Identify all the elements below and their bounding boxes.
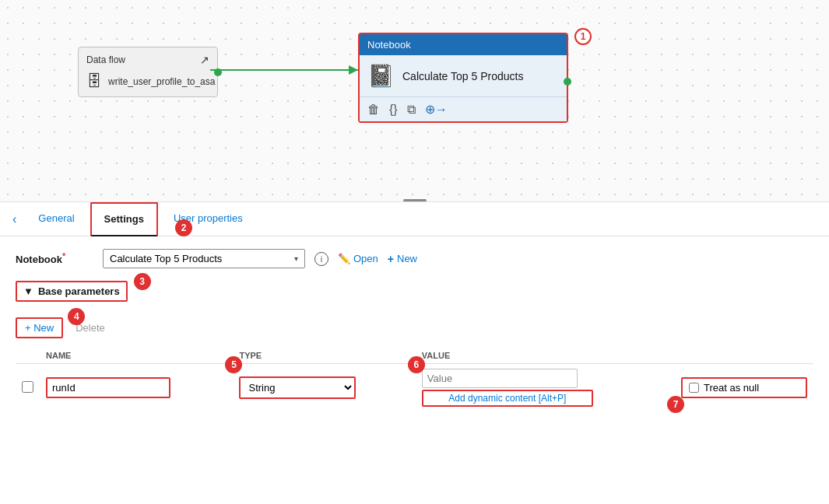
code-icon[interactable]: {}	[389, 103, 398, 117]
type-select[interactable]: String Int Float Bool	[241, 378, 354, 397]
notebook-node-header: Notebook	[360, 34, 567, 55]
dataflow-node: Data flow ↗ 🗄 write_user_profile_to_asa	[78, 47, 218, 97]
arrow-right-icon[interactable]: ⊕→	[425, 102, 448, 117]
step-badge-3: 3	[134, 273, 151, 290]
dataflow-node-icon: 🗄	[86, 72, 102, 90]
main-container: 1 Data flow ↗ 🗄 write_user_profile_to_as…	[0, 0, 829, 504]
dataflow-node-body: 🗄 write_user_profile_to_asa	[86, 72, 209, 90]
notebook-header-label: Notebook	[367, 39, 411, 51]
notebook-select-dropdown[interactable]: Calculate Top 5 Products ▾	[103, 249, 305, 268]
notebook-node-footer: 🗑 {} ⧉ ⊕→	[360, 96, 567, 121]
step-badge-2: 2	[175, 219, 192, 236]
new-btn-label: + New	[25, 322, 54, 334]
info-icon[interactable]: i	[314, 252, 328, 266]
col-type-header: TYPE	[233, 348, 415, 364]
step-badge-1: 1	[574, 28, 592, 45]
treat-null-label: Treat as null	[704, 382, 759, 394]
new-parameter-button[interactable]: + New	[16, 317, 63, 338]
action-row: 4 + New Delete	[16, 317, 813, 338]
notebook-field-label: Notebook*	[16, 251, 93, 265]
notebook-select-value: Calculate Top 5 Products	[110, 253, 222, 264]
value-cell: 7 Add dynamic content [Alt+P]	[416, 364, 675, 412]
parameters-table: NAME TYPE VALUE	[16, 348, 813, 411]
notebook-body-title: Calculate Top 5 Products	[402, 70, 523, 82]
new-notebook-label: New	[397, 253, 417, 264]
treat-null-container: Treat as null	[681, 377, 807, 398]
treat-null-cell: Treat as null	[675, 364, 813, 412]
back-button[interactable]: ‹	[12, 212, 16, 226]
dataflow-label: Data flow	[86, 54, 125, 65]
tab-general[interactable]: General	[26, 202, 86, 236]
type-cell: 6 String Int Float Bool	[233, 364, 415, 412]
treat-null-checkbox[interactable]	[689, 383, 699, 393]
chevron-down-icon: ▾	[294, 254, 298, 263]
col-treat-null-header	[675, 348, 813, 364]
open-link[interactable]: ✏️ Open	[338, 253, 378, 264]
notebook-node-body: 📓 Calculate Top 5 Products	[360, 55, 567, 96]
col-name-header: NAME	[40, 348, 233, 364]
copy-icon[interactable]: ⧉	[407, 103, 416, 117]
value-input[interactable]	[422, 369, 578, 388]
plus-icon: +	[388, 253, 394, 265]
table-row: 5 6 String	[16, 364, 813, 412]
pencil-icon: ✏️	[338, 253, 350, 264]
parameter-name-input[interactable]	[46, 377, 170, 398]
canvas-area: 1 Data flow ↗ 🗄 write_user_profile_to_as…	[0, 0, 829, 202]
tab-bar: ‹ General Settings User properties	[0, 202, 829, 236]
connector-line	[210, 47, 366, 93]
step-badge-7: 7	[667, 396, 684, 413]
tab-settings[interactable]: Settings	[90, 202, 158, 236]
col-checkbox-header	[16, 348, 40, 364]
notebook-node: Notebook 📓 Calculate Top 5 Products 🗑 {}…	[358, 33, 568, 123]
trash-icon[interactable]: 🗑	[367, 103, 380, 117]
type-select-container: String Int Float Bool	[239, 376, 356, 399]
settings-content: Notebook* Calculate Top 5 Products ▾ i ✏…	[0, 236, 829, 504]
export-icon[interactable]: ↗	[200, 54, 209, 66]
notebook-field-row: Notebook* Calculate Top 5 Products ▾ i ✏…	[16, 249, 813, 268]
connector-dot-notebook	[564, 78, 571, 86]
base-parameters-header[interactable]: ▼ Base parameters	[16, 281, 128, 302]
notebook-body-icon: 📓	[367, 63, 395, 89]
open-label: Open	[353, 253, 378, 264]
dataflow-node-title: Data flow ↗	[86, 54, 209, 66]
row-checkbox-cell	[16, 364, 40, 412]
step-badge-6: 6	[408, 356, 425, 373]
bottom-panel: 2 ‹ General Settings User properties Not…	[0, 202, 829, 504]
resize-handle[interactable]	[403, 199, 427, 201]
section-chevron-icon: ▼	[23, 285, 33, 297]
new-notebook-link[interactable]: + New	[388, 253, 417, 265]
dynamic-content-link[interactable]: Add dynamic content [Alt+P]	[422, 390, 593, 407]
base-parameters-label: Base parameters	[38, 285, 120, 297]
col-value-header: VALUE	[416, 348, 675, 364]
dataflow-subtitle: write_user_profile_to_asa	[108, 76, 215, 87]
row-checkbox[interactable]	[22, 381, 33, 393]
name-cell: 5	[40, 364, 233, 412]
